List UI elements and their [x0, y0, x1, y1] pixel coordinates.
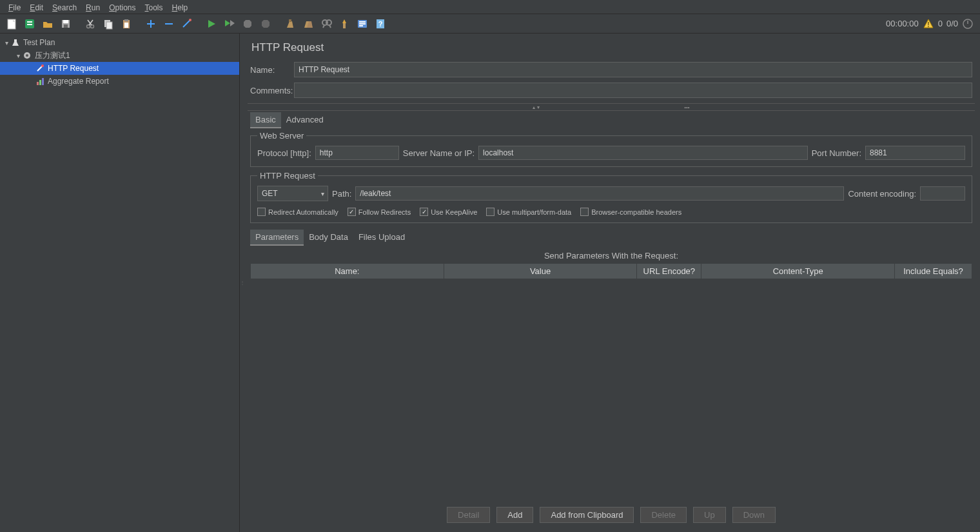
path-input[interactable] — [355, 186, 844, 201]
col-urlencode[interactable]: URL Encode? — [637, 264, 701, 279]
check-label: Use multipart/form-data — [497, 208, 571, 216]
menu-search[interactable]: Search — [48, 2, 81, 12]
col-include-equals[interactable]: Include Equals? — [895, 264, 972, 279]
ptab-parameters[interactable]: Parameters — [250, 230, 304, 246]
check-multipart[interactable]: Use multipart/form-data — [486, 208, 571, 216]
copy-icon[interactable] — [100, 15, 117, 32]
start-icon[interactable] — [203, 15, 220, 32]
tree-label: 压力测试1 — [35, 50, 70, 61]
add-button[interactable]: Add — [496, 507, 533, 523]
svg-text:?: ? — [378, 20, 383, 28]
open-icon[interactable] — [39, 15, 56, 32]
collapse-icon[interactable] — [161, 15, 177, 32]
menu-run[interactable]: Run — [81, 2, 104, 12]
start-no-pause-icon[interactable] — [221, 15, 238, 32]
delete-button[interactable]: Delete — [640, 507, 687, 523]
stop-icon[interactable] — [239, 15, 256, 32]
panel-title: HTTP Request — [251, 41, 972, 54]
comments-label: Comments: — [250, 86, 294, 95]
path-label: Path: — [332, 189, 351, 199]
tree-node-test-plan[interactable]: ▾ Test Plan — [0, 36, 239, 49]
web-server-legend: Web Server — [257, 131, 306, 141]
tree-node-thread-group[interactable]: ▾ 压力测试1 — [0, 49, 239, 62]
encoding-label: Content encoding: — [848, 189, 916, 199]
comments-input[interactable] — [294, 83, 972, 98]
ptab-body-data[interactable]: Body Data — [304, 230, 353, 246]
clear-all-icon[interactable] — [300, 15, 317, 32]
add-from-clipboard-button[interactable]: Add from Clipboard — [540, 507, 634, 523]
protocol-input[interactable] — [315, 146, 399, 160]
svg-marker-25 — [244, 20, 251, 28]
up-button[interactable]: Up — [693, 507, 726, 523]
chevron-down-icon[interactable]: ▾ — [3, 39, 10, 46]
menu-edit[interactable]: Edit — [25, 2, 48, 12]
warning-icon[interactable]: ! — [923, 18, 934, 30]
expand-icon[interactable] — [142, 15, 159, 32]
check-follow-redirects[interactable]: ✓Follow Redirects — [348, 208, 411, 216]
paste-icon[interactable] — [118, 15, 135, 32]
help-icon[interactable]: ? — [372, 15, 389, 32]
pipette-icon — [35, 63, 45, 74]
toolbar: ? 00:00:00 ! 0 0/0 — [0, 14, 980, 34]
cut-icon[interactable] — [82, 15, 99, 32]
encoding-input[interactable] — [920, 186, 965, 201]
port-input[interactable] — [865, 146, 965, 160]
parameters-table[interactable]: Name: Value URL Encode? Content-Type Inc… — [250, 263, 972, 279]
svg-marker-23 — [225, 20, 230, 26]
reset-search-icon[interactable] — [336, 15, 353, 32]
check-label: Browser-compatible headers — [591, 208, 681, 216]
svg-marker-22 — [208, 20, 215, 28]
svg-rect-27 — [289, 19, 291, 22]
name-input[interactable] — [294, 62, 972, 77]
svg-point-21 — [189, 19, 191, 21]
tree-node-aggregate-report[interactable]: Aggregate Report — [0, 75, 239, 88]
name-label: Name: — [250, 65, 294, 75]
collapse-handle[interactable]: ▴ ▾ ••• — [248, 103, 975, 111]
save-icon[interactable] — [57, 15, 74, 32]
check-redirect-auto[interactable]: Redirect Automatically — [257, 208, 338, 216]
menu-tools[interactable]: Tools — [141, 2, 168, 12]
clear-icon[interactable] — [282, 15, 299, 32]
new-icon[interactable] — [3, 15, 20, 32]
svg-rect-32 — [343, 23, 346, 28]
vertical-splitter[interactable]: ⋮ — [240, 34, 245, 532]
svg-rect-13 — [106, 22, 112, 29]
shutdown-icon[interactable] — [257, 15, 274, 32]
svg-rect-4 — [27, 24, 32, 25]
search-icon[interactable] — [318, 15, 335, 32]
svg-line-31 — [329, 25, 331, 28]
params-heading: Send Parameters With the Request: — [250, 251, 972, 261]
ptab-files-upload[interactable]: Files Upload — [353, 230, 410, 246]
tree-label: Test Plan — [23, 38, 55, 47]
check-browser-compat[interactable]: Browser-compatible headers — [580, 208, 681, 216]
detail-button[interactable]: Detail — [447, 507, 490, 523]
svg-rect-47 — [37, 82, 39, 85]
flask-icon — [10, 37, 21, 48]
templates-icon[interactable] — [21, 15, 38, 32]
function-icon[interactable] — [354, 15, 371, 32]
server-input[interactable] — [478, 146, 808, 160]
method-select[interactable]: GET — [257, 186, 328, 201]
protocol-label: Protocol [http]: — [257, 148, 311, 158]
check-label: Follow Redirects — [358, 208, 411, 216]
status-bar: 00:00:00 ! 0 0/0 — [886, 18, 977, 30]
tab-advanced[interactable]: Advanced — [281, 112, 329, 128]
chevron-down-icon[interactable]: ▾ — [14, 52, 22, 59]
svg-rect-34 — [359, 21, 366, 23]
svg-rect-49 — [42, 78, 44, 85]
col-name[interactable]: Name: — [251, 264, 444, 279]
menu-help[interactable]: Help — [168, 2, 193, 12]
http-request-legend: HTTP Request — [257, 171, 318, 181]
down-button[interactable]: Down — [732, 507, 776, 523]
menu-file[interactable]: File — [4, 2, 25, 12]
tree-node-http-request[interactable]: HTTP Request — [0, 62, 239, 75]
col-value[interactable]: Value — [444, 264, 637, 279]
http-request-group: HTTP Request GET Path: Content encoding:… — [250, 171, 972, 223]
check-keepalive[interactable]: ✓Use KeepAlive — [420, 208, 477, 216]
test-plan-tree[interactable]: ▾ Test Plan ▾ 压力测试1 HTTP Request Aggrega… — [0, 34, 240, 532]
toggle-icon[interactable] — [179, 15, 195, 32]
col-content-type[interactable]: Content-Type — [701, 264, 895, 279]
menu-options[interactable]: Options — [104, 2, 140, 12]
tab-basic[interactable]: Basic — [250, 112, 281, 128]
svg-rect-6 — [63, 20, 68, 23]
